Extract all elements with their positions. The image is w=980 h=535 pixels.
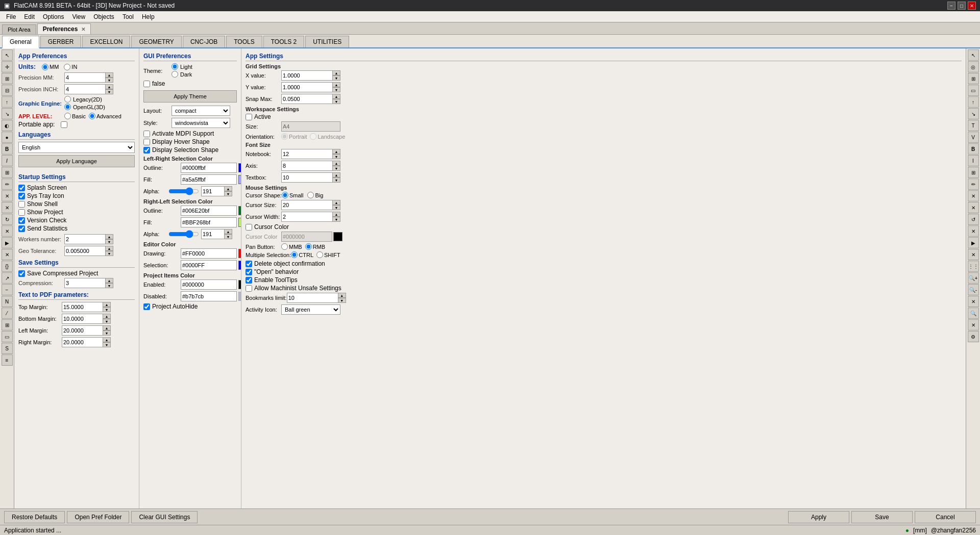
- open-pref-folder-btn[interactable]: Open Pref Folder: [67, 511, 129, 523]
- tool-bold-b[interactable]: B: [2, 143, 13, 155]
- geo-tol-down[interactable]: ▼: [105, 251, 113, 256]
- snap-max-spinbox[interactable]: ▲ ▼: [281, 94, 340, 104]
- sub-tab-excellon[interactable]: EXCELLON: [82, 36, 130, 47]
- bottom-margin-down[interactable]: ▼: [103, 319, 111, 324]
- rt-arrow-up2[interactable]: ↑: [968, 96, 979, 108]
- rl-alpha-down[interactable]: ▼: [224, 234, 232, 239]
- rt-zoom-out[interactable]: 🔍-: [968, 284, 979, 295]
- open-behavior-check[interactable]: [246, 269, 252, 275]
- rt-hash2[interactable]: ⊞: [968, 167, 979, 178]
- right-margin-up[interactable]: ▲: [103, 337, 111, 342]
- cursor-width-spinbox[interactable]: ▲ ▼: [281, 212, 340, 222]
- language-select[interactable]: English: [18, 142, 135, 153]
- geo-tolerance-spinbox[interactable]: ▲ ▼: [64, 246, 113, 256]
- selection-input[interactable]: [181, 260, 237, 270]
- sub-tab-general[interactable]: General: [2, 36, 39, 48]
- allow-machinist-check[interactable]: [246, 285, 252, 292]
- precision-mm-up[interactable]: ▲: [105, 72, 113, 78]
- notebook-down[interactable]: ▼: [332, 154, 340, 159]
- tool-zoom-in-out[interactable]: ⊟: [2, 85, 13, 96]
- left-margin-spinbox[interactable]: ▲ ▼: [62, 325, 111, 336]
- cursor-width-input[interactable]: [281, 212, 332, 222]
- drawing-input[interactable]: [181, 248, 237, 259]
- axis-input[interactable]: [281, 161, 332, 171]
- y-value-input[interactable]: [281, 82, 332, 92]
- x-value-up[interactable]: ▲: [332, 70, 340, 75]
- precision-inch-down[interactable]: ▼: [105, 89, 113, 94]
- theme-dark-radio[interactable]: [172, 71, 178, 78]
- right-margin-down[interactable]: ▼: [103, 342, 111, 347]
- menu-options[interactable]: Options: [39, 12, 68, 21]
- cursor-color-check[interactable]: [246, 224, 252, 231]
- right-margin-input[interactable]: [62, 337, 103, 347]
- cursor-color-input[interactable]: [281, 232, 332, 242]
- level-basic-label[interactable]: Basic: [64, 113, 86, 119]
- activity-select[interactable]: Ball green Ball red Ball blue: [281, 304, 340, 315]
- rt-settings[interactable]: ⚙: [968, 331, 979, 342]
- ctrl-radio[interactable]: [291, 251, 298, 258]
- menu-tool[interactable]: Tool: [118, 12, 138, 21]
- rt-zoom-in[interactable]: 🔍+: [968, 272, 979, 284]
- portrait-label[interactable]: Portrait: [281, 133, 307, 140]
- pan-mmb-radio[interactable]: [281, 243, 288, 250]
- portable-check[interactable]: [61, 121, 67, 128]
- gray-icons-check[interactable]: [143, 81, 150, 87]
- rt-x5[interactable]: ✕: [968, 296, 979, 307]
- sub-tab-gerber[interactable]: GERBER: [40, 36, 82, 47]
- sub-tab-utilities[interactable]: UTILITIES: [305, 36, 349, 47]
- tool-snake[interactable]: S: [2, 343, 13, 354]
- style-select[interactable]: windowsvista fusion windows: [172, 118, 230, 128]
- rl-alpha-input[interactable]: [201, 229, 224, 239]
- rt-v[interactable]: V: [968, 132, 979, 143]
- menu-view[interactable]: View: [68, 12, 89, 21]
- textbox-spinbox[interactable]: ▲ ▼: [281, 172, 340, 183]
- rt-arrow-r2[interactable]: ▶: [968, 237, 979, 248]
- bottom-margin-input[interactable]: [62, 314, 103, 324]
- rl-fill-input[interactable]: [181, 217, 237, 227]
- engine-legacy-label[interactable]: Legacy(2D): [64, 96, 105, 103]
- right-margin-spinbox[interactable]: ▲ ▼: [62, 337, 111, 347]
- minimize-btn[interactable]: −: [947, 2, 955, 10]
- level-advanced-radio[interactable]: [89, 113, 95, 119]
- tool-x3[interactable]: ✕: [2, 225, 13, 237]
- tool-n[interactable]: N: [2, 296, 13, 307]
- apply-theme-btn[interactable]: Apply Theme: [143, 90, 237, 103]
- pan-rmb-radio[interactable]: [305, 243, 312, 250]
- tool-cross[interactable]: ✕: [2, 190, 13, 201]
- rt-x1[interactable]: ✕: [968, 190, 979, 201]
- version-check-check[interactable]: [18, 217, 25, 224]
- precision-mm-input[interactable]: [64, 72, 105, 83]
- pan-rmb-label[interactable]: RMB: [305, 243, 325, 250]
- cursor-big-radio[interactable]: [307, 192, 314, 198]
- snap-max-down[interactable]: ▼: [332, 99, 340, 104]
- notebook-input[interactable]: [281, 149, 332, 159]
- tool-arrow-up[interactable]: ↑: [2, 96, 13, 108]
- enabled-input[interactable]: [181, 279, 237, 290]
- cursor-size-input[interactable]: [281, 200, 332, 210]
- theme-light-label[interactable]: Light: [172, 63, 192, 70]
- rt-dots[interactable]: ⋮⋮: [968, 261, 979, 272]
- tool-x4[interactable]: ✕: [2, 249, 13, 260]
- left-margin-up[interactable]: ▲: [103, 325, 111, 330]
- tool-x2[interactable]: ✕: [2, 202, 13, 213]
- top-margin-input[interactable]: [62, 302, 103, 312]
- workers-input[interactable]: [64, 234, 105, 244]
- top-margin-up[interactable]: ▲: [103, 302, 111, 307]
- units-mm-radio[interactable]: [42, 64, 48, 70]
- top-margin-spinbox[interactable]: ▲ ▼: [62, 302, 111, 312]
- tab-preferences[interactable]: Preferences ✕: [37, 23, 91, 34]
- tool-arrow-down[interactable]: ↘: [2, 108, 13, 119]
- compression-up[interactable]: ▲: [105, 278, 113, 283]
- sub-tab-cnc-job[interactable]: CNC-JOB: [183, 36, 225, 47]
- show-shell-check[interactable]: [18, 201, 25, 208]
- axis-up[interactable]: ▲: [332, 161, 340, 166]
- cursor-size-down[interactable]: ▼: [332, 205, 340, 210]
- lr-alpha-down[interactable]: ▼: [224, 191, 232, 196]
- shift-radio[interactable]: [316, 251, 323, 258]
- rt-x4[interactable]: ✕: [968, 249, 979, 260]
- rl-alpha-up[interactable]: ▲: [224, 229, 232, 234]
- bookmarks-down[interactable]: ▼: [338, 298, 346, 303]
- rt-circle2[interactable]: ◎: [968, 61, 979, 72]
- save-compressed-check[interactable]: [18, 270, 25, 277]
- level-advanced-label[interactable]: Advanced: [89, 113, 121, 119]
